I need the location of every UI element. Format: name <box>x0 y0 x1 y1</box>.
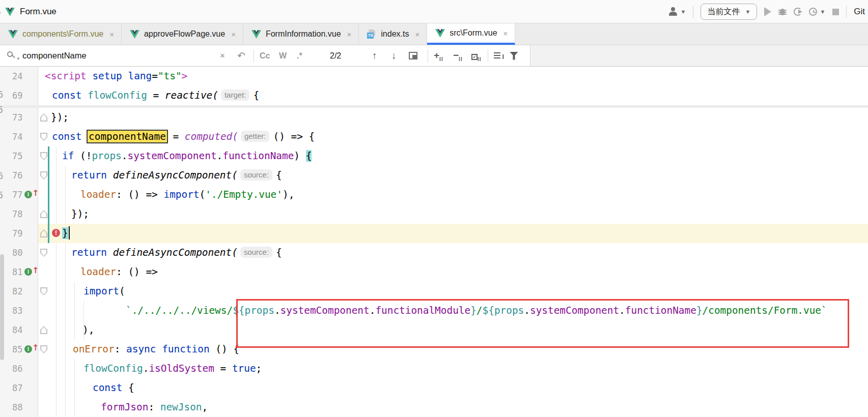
clear-search-button[interactable]: × <box>220 51 225 61</box>
code-text[interactable]: <script setup lang="ts"> <box>51 67 868 86</box>
vcs-change-marker[interactable] <box>48 204 49 224</box>
fold-start-icon[interactable] <box>40 287 47 295</box>
code-line-82[interactable]: 82import( <box>0 282 868 301</box>
clipped-line-number-fragment: 6 <box>0 171 3 181</box>
code-text[interactable]: const flowConfig = reactive(target:{ <box>51 86 868 105</box>
fold-end-icon[interactable] <box>40 113 47 122</box>
fold-start-icon[interactable] <box>40 171 47 180</box>
code-text[interactable]: if (!props.systemComponent.functionName)… <box>51 146 868 166</box>
code-text[interactable]: const { <box>51 378 868 398</box>
new-line-button[interactable]: ↶ <box>237 50 245 62</box>
error-squiggle <box>51 332 87 338</box>
code-line-79[interactable]: 79!} <box>0 224 868 243</box>
code-text[interactable]: formJson: newJson, <box>51 398 868 417</box>
code-line-24[interactable]: 24<script setup lang="ts"> <box>0 67 868 86</box>
line-number: 73 <box>0 108 38 127</box>
close-tab-icon[interactable]: × <box>231 30 236 39</box>
editor-tab-3[interactable]: FormInformation.vue× <box>243 23 359 45</box>
editor-tab-2[interactable]: approveFlowPage.vue× <box>122 23 243 45</box>
gutter-marker-icon[interactable]: I <box>24 268 32 276</box>
profiler-button[interactable]: ▼ <box>809 8 825 16</box>
fold-start-icon[interactable] <box>40 345 47 353</box>
remove-occurrence-button[interactable]: −II <box>453 50 466 62</box>
vcs-change-marker[interactable] <box>48 146 49 166</box>
vcs-change-marker[interactable] <box>48 166 49 185</box>
code-token: lang <box>128 70 152 82</box>
gutter-fold-column <box>38 127 51 146</box>
filter-results-icon[interactable]: I <box>494 52 504 59</box>
editor-tab-5[interactable]: src\Form.vue× <box>427 23 515 45</box>
git-menu-button[interactable]: Git <box>854 7 865 17</box>
code-token: functionName <box>222 150 294 162</box>
vcs-change-marker[interactable] <box>48 185 49 204</box>
code-line-74[interactable]: 74const componentName = computed(getter:… <box>0 127 868 146</box>
debug-button[interactable] <box>778 8 787 16</box>
fold-end-icon[interactable] <box>40 210 47 218</box>
code-text[interactable]: return defineAsyncComponent(source:{ <box>51 243 868 262</box>
fold-start-icon[interactable] <box>40 133 47 141</box>
previous-match-button[interactable]: ↑ <box>372 50 377 62</box>
code-line-76[interactable]: 76return defineAsyncComponent(source:{ <box>0 166 868 185</box>
code-line-75[interactable]: 75if (!props.systemComponent.functionNam… <box>0 146 868 166</box>
close-tab-icon[interactable]: × <box>503 29 508 38</box>
fold-start-icon[interactable] <box>40 249 47 257</box>
code-line-81[interactable]: 81I↑loader: () => <box>0 262 868 282</box>
code-editor[interactable]: 24<script setup lang="ts">69const flowCo… <box>0 67 868 417</box>
chevron-down-icon: ▼ <box>681 9 686 15</box>
code-text[interactable]: loader: () => import('./Empty.vue'), <box>51 185 868 204</box>
add-occurrence-button[interactable]: +II <box>434 50 447 62</box>
match-case-toggle[interactable]: Cc <box>260 51 270 61</box>
line-number: 75 <box>0 146 38 166</box>
code-text[interactable]: loader: () => <box>51 262 868 282</box>
gutter-fold-column <box>38 204 51 224</box>
search-options-button[interactable]: ▾ <box>6 51 19 61</box>
run-configuration-selector[interactable]: 当前文件 ▼ <box>701 4 757 20</box>
gutter-marker-icon[interactable]: I <box>24 191 32 198</box>
code-line-69[interactable]: 69const flowConfig = reactive(target:{ <box>0 86 868 105</box>
code-text[interactable]: flowConfig.isOldSystem = true; <box>51 359 868 378</box>
code-token: . <box>217 150 223 162</box>
code-text[interactable]: }); <box>51 108 868 127</box>
search-in-selection-button[interactable] <box>409 52 417 59</box>
words-toggle[interactable]: W <box>279 51 287 61</box>
filter-funnel-icon[interactable] <box>510 52 518 60</box>
fold-end-icon[interactable] <box>40 229 47 237</box>
close-tab-icon[interactable]: × <box>109 30 114 39</box>
editor-tab-bar: components\Form.vue×approveFlowPage.vue×… <box>0 23 868 45</box>
code-text[interactable]: }); <box>51 204 868 224</box>
fold-end-icon[interactable] <box>40 326 47 334</box>
code-line-78[interactable]: 78}); <box>0 204 868 224</box>
search-input[interactable]: componentName <box>22 51 87 61</box>
profile-menu-button[interactable]: ▼ <box>668 7 686 16</box>
run-button[interactable] <box>764 7 771 16</box>
error-squiggle <box>52 139 65 144</box>
vcs-change-marker[interactable] <box>48 224 49 243</box>
fold-start-icon[interactable] <box>40 152 47 160</box>
editor-tab-4[interactable]: TSindex.ts× <box>359 23 427 45</box>
code-line-73[interactable]: 73}); <box>0 108 868 127</box>
code-line-88[interactable]: 88formJson: newJson, <box>0 398 868 417</box>
gutter-marker-icon[interactable]: I <box>24 345 32 353</box>
line-number: 69 <box>0 86 38 105</box>
regex-toggle[interactable]: .* <box>297 51 302 61</box>
close-tab-icon[interactable]: × <box>347 30 352 39</box>
line-number: 85I↑ <box>0 340 38 359</box>
editor-tab-1[interactable]: components\Form.vue× <box>0 23 122 45</box>
code-text[interactable]: const componentName = computed(getter:()… <box>51 127 868 146</box>
code-line-80[interactable]: 80return defineAsyncComponent(source:{ <box>0 243 868 262</box>
user-icon <box>668 7 679 16</box>
next-match-button[interactable]: ↓ <box>391 50 397 62</box>
code-token: { <box>253 90 259 101</box>
close-tab-icon[interactable]: × <box>415 30 419 39</box>
left-panel-scrollbar[interactable] <box>0 254 4 360</box>
stop-button[interactable] <box>832 9 839 15</box>
code-text[interactable]: import( <box>51 282 868 301</box>
code-line-87[interactable]: 87const { <box>0 378 868 398</box>
coverage-button[interactable] <box>794 8 802 16</box>
code-line-86[interactable]: 86flowConfig.isOldSystem = true; <box>0 359 868 378</box>
code-line-77[interactable]: 77I↑loader: () => import('./Empty.vue'), <box>0 185 868 204</box>
code-token: newJson <box>160 401 202 413</box>
code-text[interactable]: return defineAsyncComponent(source:{ <box>51 166 868 185</box>
select-all-occurrences-button[interactable]: ✓II <box>471 50 485 62</box>
code-text[interactable]: !} <box>51 224 868 243</box>
